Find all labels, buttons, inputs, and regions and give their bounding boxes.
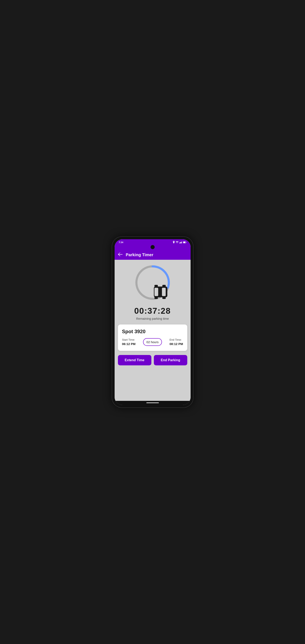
battery-icon bbox=[183, 241, 186, 243]
svg-rect-6 bbox=[186, 242, 186, 242]
bottom-bar bbox=[115, 401, 191, 405]
svg-rect-2 bbox=[181, 242, 182, 243]
location-icon bbox=[173, 241, 175, 244]
wifi-icon bbox=[176, 241, 179, 243]
extend-time-button[interactable]: Extend Time bbox=[118, 355, 151, 365]
end-time-value: 08:12 PM bbox=[169, 342, 183, 346]
svg-rect-5 bbox=[183, 242, 185, 243]
app-bar: Parking Timer bbox=[115, 250, 191, 260]
time-row: Start Time: 06:12 PM 02 hours End Time: … bbox=[122, 338, 183, 346]
spot-number: Spot 3920 bbox=[122, 329, 183, 334]
info-card: Spot 3920 Start Time: 06:12 PM 02 hours … bbox=[118, 324, 187, 351]
camera-notch-area bbox=[115, 245, 191, 250]
end-time-group: End Time: 08:12 PM bbox=[169, 338, 183, 346]
signal-icon bbox=[179, 241, 182, 243]
main-content: 00:37:28 Remaining parking time Spot 392… bbox=[115, 260, 191, 401]
car-icon bbox=[151, 284, 169, 300]
phone-frame: 7:34 bbox=[112, 237, 193, 408]
svg-rect-14 bbox=[162, 297, 166, 299]
svg-rect-0 bbox=[179, 242, 180, 243]
status-time: 7:34 bbox=[119, 241, 123, 244]
svg-rect-3 bbox=[182, 241, 182, 243]
app-title: Parking Timer bbox=[126, 252, 153, 257]
camera-notch bbox=[151, 245, 155, 249]
back-button[interactable] bbox=[118, 252, 123, 257]
status-bar: 7:34 bbox=[115, 239, 191, 245]
timer-circle bbox=[134, 264, 171, 301]
timer-display: 00:37:28 bbox=[134, 306, 171, 316]
svg-rect-12 bbox=[154, 297, 158, 299]
end-parking-button[interactable]: End Parking bbox=[154, 355, 187, 365]
duration-badge: 02 hours bbox=[143, 338, 162, 346]
phone-screen: 7:34 bbox=[115, 239, 191, 405]
svg-rect-13 bbox=[154, 285, 158, 287]
svg-rect-1 bbox=[180, 242, 181, 243]
svg-rect-10 bbox=[154, 288, 158, 296]
end-time-label: End Time: bbox=[169, 338, 183, 341]
status-icons bbox=[173, 241, 186, 244]
start-time-group: Start Time: 06:12 PM bbox=[122, 338, 136, 346]
start-time-label: Start Time: bbox=[122, 338, 136, 341]
action-buttons: Extend Time End Parking bbox=[118, 355, 187, 365]
svg-rect-15 bbox=[162, 285, 166, 287]
home-indicator bbox=[146, 402, 159, 403]
svg-rect-11 bbox=[162, 288, 166, 296]
start-time-value: 06:12 PM bbox=[122, 342, 136, 346]
timer-label: Remaining parking time bbox=[136, 317, 169, 320]
